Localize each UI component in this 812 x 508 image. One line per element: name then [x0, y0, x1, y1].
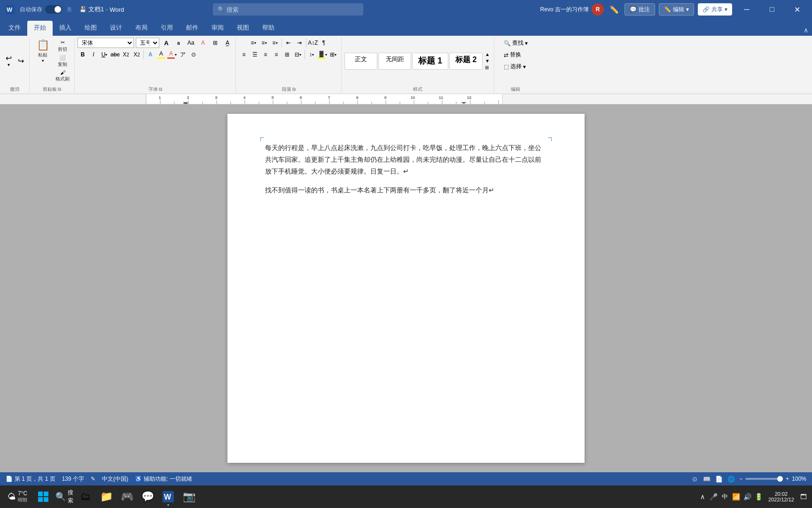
copy-button[interactable]: ⬜ 复制	[54, 54, 71, 69]
web-layout-button[interactable]: 🌐	[726, 474, 736, 484]
tab-draw[interactable]: 绘图	[78, 21, 103, 36]
share-button[interactable]: 🔗 共享 ▾	[698, 3, 732, 16]
network-icon[interactable]: 📶	[732, 492, 741, 501]
paragraph-2[interactable]: 找不到值得一读的书，书桌上一本名著上下两册有一千多页，翻了将近一个月↵	[265, 184, 547, 196]
tab-layout[interactable]: 布局	[129, 21, 154, 36]
weather-widget[interactable]: 🌤 7°C 晴朗	[4, 490, 31, 503]
tab-view[interactable]: 视图	[230, 21, 256, 36]
font-increase-button[interactable]: A	[161, 38, 172, 48]
cols-button[interactable]: ⊟▾	[293, 49, 303, 60]
ribbon-collapse-icon[interactable]: ∧	[804, 26, 808, 34]
font-size-dropdown[interactable]: 五号	[136, 38, 159, 48]
align-left-button[interactable]: ≡	[239, 49, 249, 60]
paragraph-1[interactable]: 每天的行程是，早上八点起床洗漱，九点到公司打卡，吃早饭，处理工作，晚上六点下班，…	[265, 142, 547, 178]
superscript-button[interactable]: X2	[132, 49, 142, 60]
battery-icon[interactable]: 🔋	[754, 492, 764, 501]
taskbar-game[interactable]: 🎮	[117, 486, 136, 507]
distribute-button[interactable]: ⊞	[282, 49, 292, 60]
align-center-button[interactable]: ☰	[250, 49, 260, 60]
zoom-minus-icon[interactable]: −	[739, 476, 742, 482]
save-icon[interactable]: 💾	[79, 6, 86, 13]
input-method-icon[interactable]: 中	[720, 492, 730, 501]
font-case-button[interactable]: Aa	[186, 38, 196, 48]
style-nospace-button[interactable]: 无间距	[378, 53, 411, 70]
tab-help[interactable]: 帮助	[256, 21, 281, 36]
style-h2-button[interactable]: 标题 2	[449, 53, 483, 70]
close-button[interactable]: ✕	[787, 0, 808, 19]
style-normal-button[interactable]: 正文	[344, 53, 377, 70]
volume-icon[interactable]: 🔊	[743, 492, 752, 501]
cut-button[interactable]: ✂ 剪切	[54, 39, 71, 54]
taskbar-search[interactable]: 🔍 搜索	[55, 486, 74, 507]
styles-expand-btn[interactable]: ⊞	[484, 64, 491, 71]
start-button[interactable]	[33, 486, 54, 507]
taskbar-wechat[interactable]: 💬	[138, 486, 157, 507]
comment-button[interactable]: 💬 批注	[625, 3, 655, 16]
document-page[interactable]: 每天的行程是，早上八点起床洗漱，九点到公司打卡，吃早饭，处理工作，晚上六点下班，…	[227, 114, 585, 463]
minimize-button[interactable]: ─	[736, 0, 757, 19]
font-highlight-button[interactable]: A̲	[222, 38, 233, 48]
tab-review[interactable]: 审阅	[205, 21, 230, 36]
system-clock[interactable]: 20:02 2022/12/12	[765, 491, 797, 502]
edit-button[interactable]: ✏️ 编辑 ▾	[659, 3, 694, 16]
increase-indent-button[interactable]: ⇥	[294, 38, 304, 48]
taskbar-word[interactable]: W	[159, 486, 178, 507]
zoom-plus-icon[interactable]: +	[786, 476, 789, 482]
decrease-indent-button[interactable]: ⇤	[283, 38, 294, 48]
para-expand-icon[interactable]: ⧉	[292, 87, 296, 92]
font-expand-icon[interactable]: ⧉	[159, 87, 162, 92]
font-family-dropdown[interactable]: 宋体	[78, 38, 134, 48]
pen-icon[interactable]: ✏️	[609, 5, 619, 14]
styles-scroll-down[interactable]: ▼	[484, 58, 491, 64]
bullet-list-button[interactable]: ≡▾	[248, 38, 258, 48]
taskbar-explorer[interactable]: 🗂	[76, 486, 95, 507]
tab-mailings[interactable]: 邮件	[180, 21, 205, 36]
justify-button[interactable]: ≡	[271, 49, 281, 60]
undo-button[interactable]: ↩ ▾	[3, 54, 14, 68]
style-h1-button[interactable]: 标题 1	[412, 53, 448, 70]
restore-button[interactable]: □	[761, 0, 783, 19]
styles-scroll-up[interactable]: ▲	[484, 51, 491, 58]
border-button[interactable]: ⊞▾	[328, 49, 338, 60]
phonetic-button[interactable]: ア	[178, 49, 188, 60]
tab-home[interactable]: 开始	[27, 21, 53, 36]
text-effect-button[interactable]: A	[145, 49, 156, 60]
paste-button[interactable]: 📋 粘贴 ▾	[32, 38, 53, 64]
numbered-list-button[interactable]: ≡▾	[259, 38, 269, 48]
font-decrease-button[interactable]: a	[173, 38, 184, 48]
clipboard-expand-icon[interactable]: ⧉	[58, 87, 61, 92]
document-content[interactable]: 每天的行程是，早上八点起床洗漱，九点到公司打卡，吃早饭，处理工作，晚上六点下班，…	[265, 142, 547, 196]
shading-button[interactable]: ▓ ▾	[317, 49, 328, 60]
view-mode-button[interactable]: 📖	[702, 474, 712, 484]
text-highlight-button[interactable]: A	[156, 49, 166, 60]
font-clear-button[interactable]: A	[198, 38, 208, 48]
taskbar-files[interactable]: 📁	[97, 486, 116, 507]
taskbar-video[interactable]: 📷	[180, 486, 198, 507]
focus-view-button[interactable]: ⊙	[689, 474, 700, 484]
format-painter-button[interactable]: 🖌 格式刷	[54, 69, 71, 83]
show-marks-button[interactable]: ¶	[319, 38, 329, 48]
avatar[interactable]: R	[592, 3, 604, 16]
print-layout-button[interactable]: 📄	[714, 474, 724, 484]
strikethrough-button[interactable]: abc	[110, 49, 120, 60]
tray-chevron[interactable]: ∧	[698, 492, 707, 501]
redo-button[interactable]: ↪	[15, 56, 26, 66]
tab-insert[interactable]: 插入	[53, 21, 78, 36]
font-special-button[interactable]: ⊞	[210, 38, 220, 48]
zoom-slider[interactable]	[745, 478, 783, 480]
mic-icon[interactable]: 🎤	[709, 492, 718, 501]
tab-design[interactable]: 设计	[103, 21, 129, 36]
find-button[interactable]: 🔍 查找 ▾	[501, 38, 531, 48]
tab-references[interactable]: 引用	[154, 21, 180, 36]
zoom-level[interactable]: 100%	[792, 476, 806, 482]
autosave-toggle[interactable]	[45, 5, 62, 14]
sort-button[interactable]: A↕Z	[308, 38, 318, 48]
circle-button[interactable]: ⊙	[188, 49, 199, 60]
bold-button[interactable]: B	[78, 49, 88, 60]
align-right-button[interactable]: ≡	[260, 49, 271, 60]
underline-button[interactable]: U▾	[99, 49, 109, 60]
select-button[interactable]: ⬚ 选择 ▾	[501, 61, 529, 72]
subscript-button[interactable]: X2	[121, 49, 131, 60]
search-input[interactable]	[226, 6, 359, 13]
title-search-box[interactable]: 🔍	[213, 3, 363, 16]
